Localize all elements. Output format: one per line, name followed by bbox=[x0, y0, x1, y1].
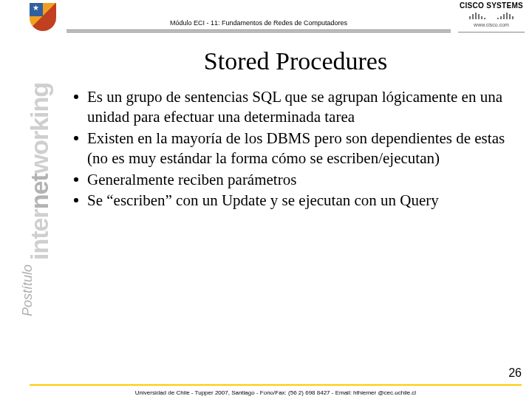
cisco-bridge-icon bbox=[466, 10, 517, 22]
sidebar-label: Postítulointernetworking bbox=[20, 83, 54, 316]
footer-text: Universidad de Chile - Tupper 2007, Sant… bbox=[30, 389, 522, 396]
cisco-url: www.cisco.com bbox=[458, 22, 525, 27]
cisco-logo: CISCO SYSTEMS www.cisco.com bbox=[458, 1, 525, 33]
slide-title: Stored Procedures bbox=[74, 47, 517, 75]
slide-body: Es un grupo de sentencias SQL que se agr… bbox=[74, 87, 516, 212]
bullet-item: Generalmente reciben parámetros bbox=[74, 170, 516, 190]
bullet-item: Es un grupo de sentencias SQL que se agr… bbox=[74, 87, 516, 127]
sidebar-branding: Postítulointernetworking bbox=[7, 44, 66, 355]
bullet-item: Existen en la mayoría de los DBMS pero s… bbox=[74, 129, 516, 168]
postitulo-text: Postítulo bbox=[20, 265, 35, 316]
bullet-list: Es un grupo de sentencias SQL que se agr… bbox=[74, 87, 516, 211]
cisco-brand-text: CISCO SYSTEMS bbox=[458, 1, 525, 10]
bullet-item: Se “escriben” con un Update y se ejecuta… bbox=[74, 191, 516, 211]
footer-divider bbox=[30, 384, 522, 386]
slide-header: Módulo ECI - 11: Fundamentos de Redes de… bbox=[0, 0, 532, 37]
university-shield-icon bbox=[30, 3, 56, 31]
module-title: Módulo ECI - 11: Fundamentos de Redes de… bbox=[66, 19, 451, 27]
header-divider bbox=[66, 30, 451, 33]
page-number: 26 bbox=[508, 366, 522, 380]
